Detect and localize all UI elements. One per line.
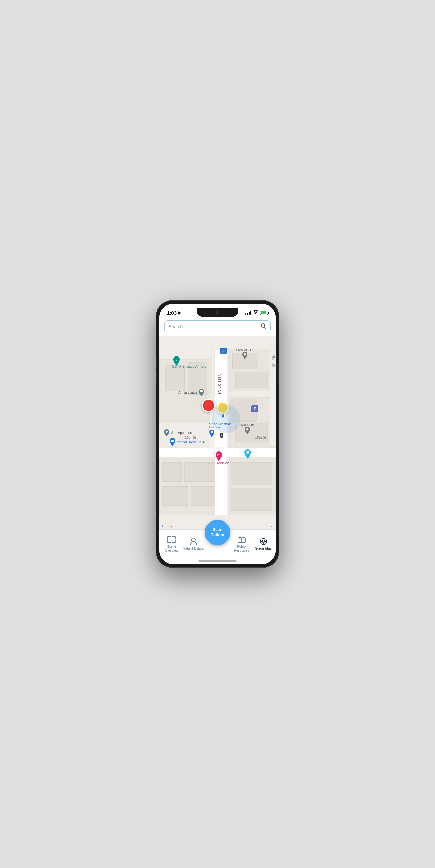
- location-icon: ▶: [178, 311, 181, 315]
- svg-rect-40: [168, 536, 171, 542]
- power-button[interactable]: [278, 364, 279, 384]
- scan-patient-button[interactable]: Scan Patient: [205, 520, 230, 545]
- red-marker: [202, 398, 215, 412]
- pin-1825-mission: 1825 Mission: [236, 348, 254, 359]
- tab-scene-overview[interactable]: Scene Overview: [161, 533, 182, 555]
- phone-screen: 1:03 ▶: [159, 304, 276, 564]
- mission-st-label: Mission St: [218, 374, 222, 394]
- direction-arrow: ←: [234, 437, 238, 441]
- svg-rect-15: [163, 487, 188, 505]
- art-icon: [243, 449, 252, 460]
- google-logo: Google: [162, 524, 173, 528]
- roles-resources-icon: [237, 535, 246, 544]
- minna-st-label: Minna St: [271, 354, 275, 367]
- pin-1906-mission: 🛏 1906 Mission: [209, 452, 229, 465]
- svg-line-1: [265, 327, 266, 329]
- svg-point-49: [262, 540, 265, 542]
- svg-point-30: [244, 353, 246, 355]
- scan-patient-fab-container: Scan Patient: [205, 520, 230, 545]
- signal-bar-2: [247, 313, 248, 314]
- svg-rect-19: [231, 488, 272, 510]
- signal-bar-4: [250, 311, 251, 314]
- search-bar[interactable]: [165, 320, 270, 333]
- svg-rect-34: [210, 431, 213, 433]
- svg-rect-13: [163, 463, 181, 482]
- svg-rect-16: [191, 487, 216, 505]
- scene-overview-label: Scene Overview: [161, 545, 182, 553]
- svg-rect-46: [243, 536, 244, 538]
- traffic-light: [220, 433, 223, 438]
- fab-label-line2: Patient: [210, 532, 224, 538]
- home-indicator: [159, 558, 276, 564]
- notch: [197, 308, 238, 317]
- svg-rect-42: [172, 540, 175, 542]
- time-display: 1:03: [167, 310, 176, 315]
- tab-scene-map[interactable]: Scene Map: [253, 535, 274, 553]
- svg-rect-4: [166, 366, 185, 391]
- battery-fill: [261, 311, 266, 314]
- patient-details-label: Patient Details: [183, 547, 204, 551]
- pin-vara: Vara Apartments: [164, 429, 194, 436]
- svg-rect-8: [236, 372, 267, 388]
- search-bar-container: [159, 318, 276, 336]
- wifi-icon: [253, 310, 258, 315]
- front-camera: [215, 310, 220, 314]
- svg-rect-45: [239, 536, 241, 538]
- pin-armory: ⊕ San Francisco Armory: [172, 356, 206, 368]
- signal-bar-1: [245, 313, 246, 314]
- scene-map-label: Scene Map: [255, 547, 271, 551]
- svg-rect-41: [172, 536, 175, 539]
- phone-frame: 1:03 ▶: [156, 300, 279, 568]
- search-input[interactable]: [169, 324, 258, 329]
- volume-up-button[interactable]: [156, 357, 157, 368]
- battery-icon: [260, 311, 268, 315]
- svg-point-35: [246, 428, 248, 431]
- svg-point-43: [192, 538, 195, 542]
- status-icons: [245, 310, 268, 315]
- pin-arriba-juntos: Arriba Juntos: [178, 389, 204, 396]
- 15th-st-right-label: 15th St: [255, 436, 266, 439]
- fab-label-line1: Scan: [212, 527, 222, 532]
- svg-point-36: [166, 431, 168, 433]
- patient-details-icon: [189, 537, 198, 546]
- svg-rect-37: [171, 440, 174, 442]
- svg-rect-33: [200, 390, 202, 391]
- tab-roles-resources[interactable]: Roles/ Resources: [231, 533, 253, 555]
- status-time: 1:03 ▶: [167, 310, 181, 315]
- search-icon: [261, 323, 266, 330]
- svg-rect-14: [185, 463, 216, 482]
- pin-interiorhome: InteriorHome USA: [169, 438, 205, 446]
- scene-map-icon: [259, 537, 268, 546]
- transit-icon: 🚌: [220, 348, 227, 354]
- roles-resources-label: Roles/ Resources: [231, 545, 253, 553]
- parking-icon: P: [252, 405, 259, 412]
- signal-bar-3: [248, 312, 249, 314]
- elevation-label: Ele...: [268, 525, 274, 528]
- pin-wefunder: Wefunder: [240, 423, 254, 434]
- svg-text:🛏: 🛏: [218, 453, 220, 456]
- user-dot: [221, 414, 225, 417]
- home-bar: [198, 560, 237, 562]
- tab-patient-details[interactable]: Patient Details: [182, 535, 204, 553]
- scene-overview-icon: [167, 535, 176, 544]
- svg-point-39: [246, 451, 249, 454]
- map-area[interactable]: Mission St 15th St 15th St Minna St 1825…: [159, 336, 276, 529]
- svg-text:⊕: ⊕: [176, 359, 178, 361]
- svg-rect-18: [231, 463, 272, 485]
- volume-down-button[interactable]: [156, 371, 157, 382]
- signal-bars: [245, 311, 251, 314]
